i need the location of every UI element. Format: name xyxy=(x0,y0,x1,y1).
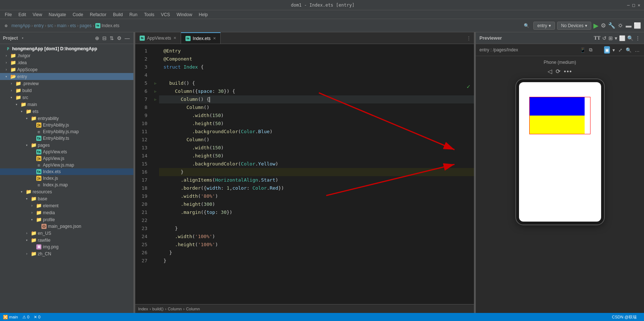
tree-arrow-entryability[interactable]: ▾ xyxy=(26,116,31,120)
code-line-5[interactable]: build() { xyxy=(159,79,474,87)
code-line-7[interactable]: Column() { xyxy=(159,95,474,103)
tree-arrow-zh_cn[interactable]: › xyxy=(26,252,31,256)
tree-arrow-media[interactable]: › xyxy=(31,211,36,215)
menu-refactor[interactable]: Refactor xyxy=(87,11,109,18)
title-bar-close[interactable]: — □ ✕ xyxy=(627,3,640,8)
code-line-26[interactable]: } xyxy=(159,249,474,257)
search-everywhere-icon[interactable]: 🔍 xyxy=(522,22,531,29)
menu-view[interactable]: View xyxy=(30,11,45,18)
status-warnings[interactable]: ⚠ 0 xyxy=(22,315,29,320)
code-line-14[interactable]: .height(50) xyxy=(159,152,474,160)
code-line-1[interactable]: @Entry xyxy=(159,47,474,55)
panel-dropdown-icon[interactable]: ▾ xyxy=(22,36,24,40)
tree-item-build[interactable]: ›📁build xyxy=(0,87,133,94)
prev-fitwindow-icon[interactable]: ⬜ xyxy=(619,35,625,41)
editor-breadcrumb-column1[interactable]: Column xyxy=(168,307,182,311)
editor-breadcrumb-index[interactable]: Index xyxy=(138,307,148,311)
prev-layers-icon[interactable]: ⧉ xyxy=(588,46,593,54)
tree-item-src[interactable]: ▾📁src xyxy=(0,94,133,101)
code-line-21[interactable]: .margin({top: 30}) xyxy=(159,208,474,216)
build-icon[interactable]: ⚙ xyxy=(601,22,606,29)
status-errors[interactable]: ✕ 0 xyxy=(34,315,40,320)
prev-grid-icon[interactable]: ⊞ xyxy=(608,35,613,41)
breadcrumb-entry[interactable]: entry xyxy=(34,23,44,28)
tree-item-zh_cn[interactable]: ›📁zh_CN xyxy=(0,250,133,257)
tree-arrow-resources[interactable]: ▾ xyxy=(21,190,26,194)
tree-arrow-appscope[interactable]: › xyxy=(5,68,10,72)
collapse-all-icon[interactable]: ⊟ xyxy=(102,34,107,42)
tree-item-img-png[interactable]: 🖼img.png xyxy=(0,244,133,250)
tree-item-en_us[interactable]: ›📁en_US xyxy=(0,230,133,237)
status-branch[interactable]: 🔀 main xyxy=(3,315,18,320)
menu-help[interactable]: Help xyxy=(196,11,211,18)
code-line-18[interactable]: .border({width: 1,color: Color.Red}) xyxy=(159,184,474,192)
tree-arrow-pages[interactable]: ▾ xyxy=(26,143,31,147)
code-line-3[interactable]: struct Index { xyxy=(159,63,474,71)
menu-build[interactable]: Build xyxy=(110,11,126,18)
device-back-btn[interactable]: ◁ xyxy=(548,68,552,75)
prev-zoom-icon[interactable]: 🔍 xyxy=(627,35,633,41)
prev-dropdown2-icon[interactable]: ▾ xyxy=(612,46,616,54)
tree-item-entryability-map[interactable]: ⊞EntryAbility.js.map xyxy=(0,128,133,135)
tree-item-pages[interactable]: ▾📁pages xyxy=(0,142,133,149)
tab-index-close[interactable]: ✕ xyxy=(213,36,216,40)
prev-more2-icon[interactable]: … xyxy=(634,46,640,54)
code-line-15[interactable]: .backgroundColor(Color.Yellow) xyxy=(159,160,474,168)
tree-arrow-hvigor[interactable]: › xyxy=(5,54,10,58)
code-line-2[interactable]: @Component xyxy=(159,55,474,63)
code-line-24[interactable]: .width('100%') xyxy=(159,233,474,241)
code-line-10[interactable]: .height(50) xyxy=(159,120,474,128)
plugin2-icon[interactable]: ⛭ xyxy=(618,22,623,29)
code-editor[interactable]: 1234567891011121314151617181920212223242… xyxy=(135,44,474,304)
prev-zoom2-icon[interactable]: 🔍 xyxy=(625,46,632,54)
tab-appview-close[interactable]: ✕ xyxy=(173,36,176,40)
code-line-17[interactable]: .alignItems(HorizontalAlign.Start) xyxy=(159,176,474,184)
code-line-23[interactable]: } xyxy=(159,225,474,233)
tree-item-media[interactable]: ›📁media xyxy=(0,209,133,216)
device-rotate-btn[interactable]: ⟳ xyxy=(556,68,560,75)
code-line-27[interactable]: } xyxy=(159,257,474,265)
menu-code[interactable]: Code xyxy=(70,11,86,18)
code-line-8[interactable]: Column() xyxy=(159,103,474,112)
menu-run[interactable]: Run xyxy=(126,11,140,18)
tree-item-entry[interactable]: ▾📂entry xyxy=(0,73,133,80)
menu-tools[interactable]: Tools xyxy=(141,11,157,18)
menu-edit[interactable]: Edit xyxy=(15,11,29,18)
code-line-11[interactable]: .backgroundColor(Color.Blue) xyxy=(159,128,474,136)
device-more-btn[interactable]: ••• xyxy=(564,68,573,75)
tree-item-resources[interactable]: ▾📁resources xyxy=(0,188,133,195)
settings-icon[interactable]: ⚙ xyxy=(3,22,9,29)
code-line-19[interactable]: .width('80%') xyxy=(159,192,474,200)
prev-dropdown-icon[interactable]: ▾ xyxy=(615,35,617,41)
tree-item-preview[interactable]: ›📁.preview xyxy=(0,80,133,87)
maximize-icon[interactable]: ⬜ xyxy=(634,22,641,29)
tree-arrow-profile[interactable]: ▾ xyxy=(31,218,36,222)
menu-window[interactable]: Window xyxy=(174,11,195,18)
tree-item-index-ets[interactable]: tsIndex.ets xyxy=(0,168,133,175)
tree-arrow-rawfile[interactable]: ▾ xyxy=(26,238,31,242)
menu-vcs[interactable]: VCS xyxy=(158,11,173,18)
tree-item-appview-js[interactable]: jsAppView.js xyxy=(0,155,133,162)
code-line-13[interactable]: .width(150) xyxy=(159,144,474,152)
entry-selector[interactable]: entry ▾ xyxy=(533,22,555,30)
prev-phone-view-btn[interactable]: ▣ xyxy=(604,46,610,54)
tree-item-hvigor[interactable]: ›📁.hvigor xyxy=(0,52,133,59)
tree-arrow-main[interactable]: ▾ xyxy=(15,102,21,106)
run-button[interactable]: ▶ xyxy=(593,22,599,30)
code-line-9[interactable]: .width(150) xyxy=(159,112,474,120)
menu-file[interactable]: File xyxy=(2,11,15,18)
tree-arrow-ets[interactable]: ▾ xyxy=(21,109,26,113)
menu-navigate[interactable]: Navigate xyxy=(46,11,69,18)
close-panel-icon[interactable]: — xyxy=(124,34,130,42)
tree-item-base[interactable]: ▾📁base xyxy=(0,195,133,202)
code-line-12[interactable]: Column() xyxy=(159,136,474,144)
prev-font-icon[interactable]: 𝐓𝐓 xyxy=(594,35,600,41)
prev-refresh-icon[interactable]: ↺ xyxy=(602,35,607,41)
tree-arrow-build[interactable]: › xyxy=(10,88,15,92)
code-line-22[interactable] xyxy=(159,216,474,225)
breadcrumb-app[interactable]: mengApp xyxy=(11,23,30,28)
devices-selector[interactable]: No Devices ▾ xyxy=(557,22,591,30)
tree-arrow-entry[interactable]: ▾ xyxy=(5,74,10,79)
tab-index[interactable]: ts Index.ets ✕ xyxy=(181,32,221,44)
tree-item-idea[interactable]: ›📁.idea xyxy=(0,59,133,66)
